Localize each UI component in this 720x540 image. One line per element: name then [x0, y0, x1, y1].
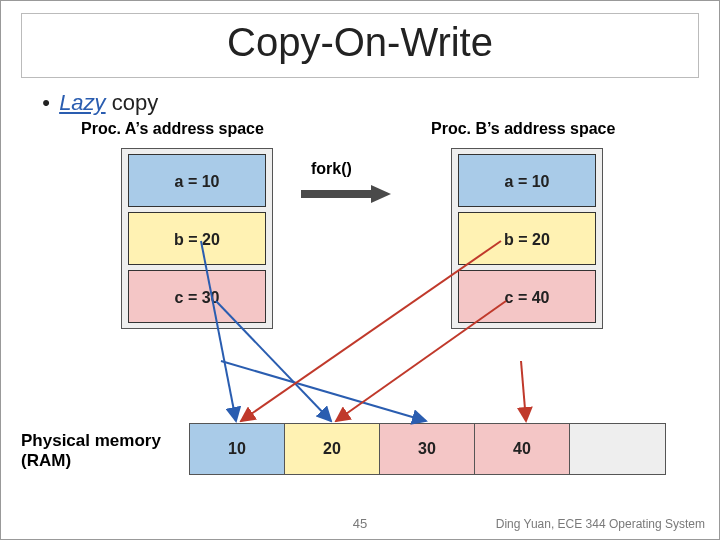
fork-label: fork()	[311, 160, 352, 178]
proc-b-cell-b: b = 20	[458, 212, 596, 265]
slide: Copy-On-Write • Lazy copy Proc. A’s addr…	[0, 0, 720, 540]
fork-arrow-icon	[301, 185, 391, 203]
phys-cell-10: 10	[190, 424, 285, 474]
proc-a-cell-c: c = 30	[128, 270, 266, 323]
bullet-rest: copy	[106, 90, 159, 115]
phys-cell-30: 30	[380, 424, 475, 474]
bullet-line: • Lazy copy	[39, 90, 689, 116]
svg-rect-0	[301, 190, 371, 198]
title-container: Copy-On-Write	[21, 13, 699, 78]
proc-b-column: a = 10 b = 20 c = 40	[451, 148, 603, 329]
phys-label-line2: (RAM)	[21, 451, 71, 470]
physical-memory-row: 10 20 30 40	[189, 423, 666, 475]
phys-cell-20: 20	[285, 424, 380, 474]
slide-title: Copy-On-Write	[22, 20, 698, 65]
proc-a-cell-a: a = 10	[128, 154, 266, 207]
proc-b-cell-c: c = 40	[458, 270, 596, 323]
diagram-area: Proc. A’s address space Proc. B’s addres…	[61, 120, 699, 410]
phys-cell-40: 40	[475, 424, 570, 474]
slide-number: 45	[353, 516, 367, 531]
svg-marker-1	[371, 185, 391, 203]
phys-cell-empty	[570, 424, 665, 474]
bullet-lazy-word: Lazy	[59, 90, 105, 115]
physical-memory-label: Physical memory (RAM)	[21, 431, 161, 472]
footer-credit: Ding Yuan, ECE 344 Operating System	[496, 517, 705, 531]
phys-label-line1: Physical memory	[21, 431, 161, 450]
proc-b-title: Proc. B’s address space	[431, 120, 615, 138]
proc-b-cell-a: a = 10	[458, 154, 596, 207]
proc-a-cell-b: b = 20	[128, 212, 266, 265]
proc-a-column: a = 10 b = 20 c = 30	[121, 148, 273, 329]
proc-a-title: Proc. A’s address space	[81, 120, 264, 138]
bullet-marker: •	[39, 90, 53, 116]
